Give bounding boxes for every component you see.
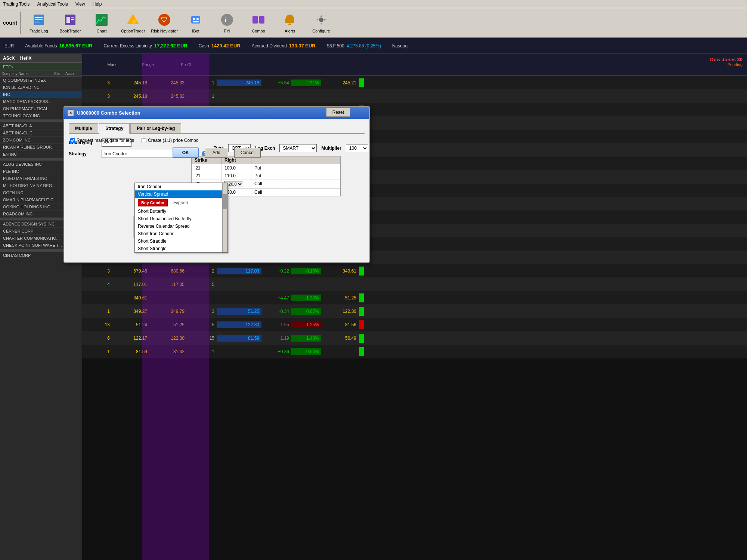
change-pct-cell: 1.48%	[291, 335, 321, 342]
nasdaq-item: Nasdaq	[392, 43, 407, 49]
change-pct-cell	[291, 96, 321, 97]
svg-point-14	[193, 18, 195, 20]
heflx-tab[interactable]: HeflX	[20, 56, 32, 61]
stock-item[interactable]: Q-COMPOSITE INDEX	[0, 77, 82, 84]
configure-icon	[314, 12, 329, 27]
bid-cell: 122.17	[112, 335, 149, 342]
tab-pair-leg-by-leg[interactable]: Pair or Leg-by-leg	[130, 123, 181, 133]
count-cell: 3	[82, 80, 112, 86]
tab-strategy[interactable]: Strategy	[99, 123, 130, 134]
close-cell	[321, 96, 359, 97]
menu-analytical-tools[interactable]: Analytical Tools	[37, 1, 68, 7]
strategy-short-straddle[interactable]: Short Straddle	[135, 237, 227, 245]
ask-cell: 680.56	[149, 268, 187, 274]
add-button[interactable]: Add	[205, 148, 228, 158]
fyi-button[interactable]: i FYI	[212, 10, 242, 36]
menu-view[interactable]: View	[75, 1, 85, 7]
create-price-combo-input[interactable]	[142, 138, 146, 143]
tab-multiple[interactable]: Multiple	[69, 123, 98, 133]
create-price-combo-checkbox[interactable]: Create (1:1) price Combo	[142, 138, 198, 143]
cancel-button[interactable]: Cancel	[234, 148, 261, 158]
strategy-short-strangle[interactable]: Short Strangle	[135, 245, 227, 252]
menu-help[interactable]: Help	[93, 1, 102, 7]
etfs-tab[interactable]: ETFs	[3, 65, 13, 69]
bid-cell: 81.59	[112, 348, 149, 355]
dialog-footer: OK Add Cancel	[64, 147, 369, 158]
option-trader-icon: ⚡	[125, 12, 140, 27]
ibot-button[interactable]: IBot	[181, 10, 211, 36]
dialog-title: U0000000 Combo Selection	[77, 110, 140, 116]
buy-combo-button[interactable]: Buy Combo	[138, 199, 168, 206]
ask-size-cell: 5	[187, 281, 217, 288]
table-row[interactable]: 3 679.45 680.56 2 117.03 +0.22 0.19% 349…	[82, 264, 747, 278]
excess-liquidity-value: 17,272.62 EUR	[154, 43, 187, 49]
bid-cell: 51.24	[112, 321, 149, 328]
option-trader-button[interactable]: ⚡ OptionTrader	[118, 10, 148, 36]
change-cell: +5.54	[261, 80, 291, 86]
leg-row-1[interactable]: '21 100.0 Put	[192, 164, 340, 172]
table-row[interactable]: 1 81.59 81.62 1 +0.36 0.64%	[82, 345, 747, 358]
stock-item[interactable]: MATIC DATA PROCESS...	[0, 98, 82, 105]
strategy-short-unbal-butterfly[interactable]: Short Unbalanced Butterfly	[135, 215, 227, 223]
strategy-reverse-calendar[interactable]: Reverse Calendar Spread	[135, 223, 227, 230]
configure-button[interactable]: Configure	[306, 10, 336, 36]
footer-checkbox-row: Request market data for legs Create (1:1…	[70, 138, 198, 143]
request-market-data-checkbox[interactable]: Request market data for legs	[70, 138, 134, 143]
svg-rect-22	[288, 24, 291, 25]
scrollbar-thumb	[223, 194, 228, 209]
cash-value: 1420.42 EUR	[211, 43, 241, 49]
table-row[interactable]: 3 245.18 245.33 1	[82, 90, 747, 103]
table-row[interactable]: 3 245.18 245.33 1 245.18 +5.54 2.31% 245…	[82, 76, 747, 90]
ask-size-cell: 3	[187, 308, 217, 315]
stock-item[interactable]: ION BLIZZARD INC	[0, 84, 82, 91]
table-row[interactable]: 6 122.17 122.30 15 81.59 +1.19 1.48% 56.…	[82, 332, 747, 345]
bar-cell	[359, 306, 364, 317]
accrued-dividend-label: Accrued Dividend	[252, 43, 287, 49]
request-market-data-input[interactable]	[70, 138, 75, 143]
stock-item[interactable]: INC	[0, 91, 82, 98]
change-cell: +4.47	[261, 295, 291, 301]
menu-trading-tools[interactable]: Trading Tools	[3, 1, 30, 7]
strategy-scrollbar[interactable]	[222, 183, 227, 252]
last-cell: 51.25	[217, 308, 261, 315]
strategy-short-iron-condor[interactable]: Short Iron Condor	[135, 230, 227, 237]
book-trader-button[interactable]: BookTrader	[55, 10, 85, 36]
ask-cell: 117.05	[149, 281, 187, 288]
excess-liquidity-label: Current Excess Liquidity	[103, 43, 152, 49]
reset-button[interactable]: Reset	[326, 108, 350, 117]
count-cell: 4	[82, 281, 112, 288]
last-cell: 245.18	[217, 80, 261, 86]
leg-row-2[interactable]: '21 110.0 Put	[192, 172, 340, 180]
leg-4-right: Call	[251, 189, 281, 196]
table-row[interactable]: 349.61 +4.47 1.30% 51.25	[82, 291, 747, 305]
dialog-tabs: Multiple Strategy Pair or Leg-by-leg	[69, 123, 365, 134]
combo-button[interactable]: Combo	[244, 10, 273, 36]
ask-cell	[149, 297, 187, 299]
alerts-button[interactable]: Alerts	[275, 10, 305, 36]
ibot-label: IBot	[192, 29, 199, 33]
nasdaq-label: Nasdaq	[392, 43, 407, 49]
table-row[interactable]: 1 349.27 349.79 3 51.25 +0.34 0.67% 122.…	[82, 305, 747, 318]
chart-button[interactable]: Chart	[87, 10, 117, 36]
strategy-vertical-spread[interactable]: Vertical Spread	[135, 190, 227, 198]
flipped-label: -- Flipped --	[169, 200, 192, 205]
strategy-short-butterfly[interactable]: Short Butterfly	[135, 208, 227, 215]
leg-2-expiry: '21	[192, 172, 221, 180]
table-row[interactable]: 4 117.01 117.05 5	[82, 278, 747, 291]
leg-1-strike: 100.0	[221, 164, 251, 172]
ask-cell: 81.62	[149, 348, 187, 355]
risk-navigator-button[interactable]: 🛡 Risk Navigator	[149, 10, 179, 36]
ask-cell: 245.33	[149, 80, 187, 86]
trade-log-button[interactable]: Trade Log	[24, 10, 54, 36]
table-row[interactable]: 13 51.24 51.25 5 122.30 -1.55 -1.25% 81.…	[82, 318, 747, 332]
sp500-value: 4,275.88 (0.25%)	[347, 43, 381, 49]
ascx-tab[interactable]: AScX	[3, 56, 15, 61]
menu-bar: Trading Tools Analytical Tools View Help	[0, 0, 747, 8]
dialog-close-button[interactable]: ✕	[67, 109, 74, 116]
ibot-icon	[188, 12, 203, 27]
ok-button[interactable]: OK	[173, 147, 199, 158]
strategy-iron-condor[interactable]: Iron Condor	[135, 183, 227, 190]
change-pct-cell: -1.25%	[291, 321, 321, 328]
change-pct-cell: 0.67%	[291, 308, 321, 315]
chart-label: Chart	[97, 29, 107, 33]
